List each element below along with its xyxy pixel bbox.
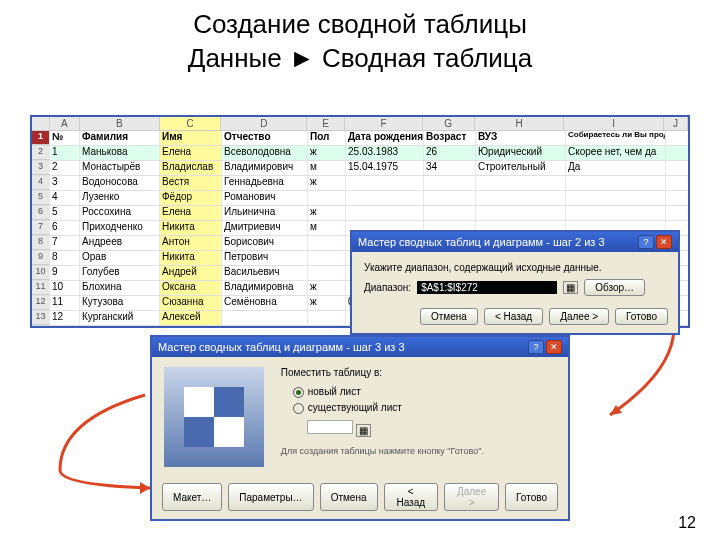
table-row[interactable]: 32МонастырёвВладиславВладимировичм15.04.… (32, 161, 688, 176)
next-button[interactable]: Далее > (549, 308, 609, 325)
cancel-button[interactable]: Отмена (320, 483, 378, 511)
dialog3-titlebar[interactable]: Мастер сводных таблиц и диаграмм - шаг 3… (152, 337, 568, 357)
layout-button[interactable]: Макет… (162, 483, 222, 511)
next-button[interactable]: Далее > (444, 483, 499, 511)
table-row[interactable]: 43ВодоносоваВестяГеннадьевнаж (32, 176, 688, 191)
back-button[interactable]: < Назад (484, 308, 543, 325)
close-icon[interactable]: ✕ (546, 340, 562, 354)
page-number: 12 (678, 514, 696, 532)
cancel-button[interactable]: Отмена (420, 308, 478, 325)
wizard-step2-dialog: Мастер сводных таблиц и диаграмм - шаг 2… (350, 230, 680, 335)
close-icon[interactable]: ✕ (656, 235, 672, 249)
table-row[interactable]: 54ЛузенкоФёдорРоманович (32, 191, 688, 206)
header-row: 1№ФамилияИмяОтчествоПолДата рожденияВозр… (32, 131, 688, 146)
finish-button[interactable]: Готово (505, 483, 558, 511)
browse-button[interactable]: Обзор… (584, 279, 645, 296)
radio-new-sheet[interactable]: новый лист (293, 386, 551, 398)
column-headers: ABCDEFGHIJ (32, 117, 688, 131)
finish-button[interactable]: Готово (615, 308, 668, 325)
flow-arrow-2 (40, 390, 160, 500)
slide-title: Создание сводной таблицы Данные ► Сводна… (0, 8, 720, 76)
params-button[interactable]: Параметры… (228, 483, 313, 511)
range-picker-icon[interactable]: ▦ (356, 424, 371, 437)
table-row[interactable]: 65РоссохинаЕленаИльиничнаж (32, 206, 688, 221)
hint-text: Для создания таблицы нажмите кнопку "Гот… (281, 446, 551, 456)
dialog2-instruction: Укажите диапазон, содержащий исходные да… (364, 262, 666, 273)
sheet-ref-input[interactable] (307, 420, 353, 434)
range-picker-icon[interactable]: ▦ (563, 281, 578, 294)
range-input[interactable]: $A$1:$I$272 (417, 281, 557, 294)
help-icon[interactable]: ? (638, 235, 654, 249)
range-label: Диапазон: (364, 282, 411, 293)
wizard-image (164, 367, 264, 467)
dialog2-titlebar[interactable]: Мастер сводных таблиц и диаграмм - шаг 2… (352, 232, 678, 252)
wizard-step3-dialog: Мастер сводных таблиц и диаграмм - шаг 3… (150, 335, 570, 521)
place-label: Поместить таблицу в: (281, 367, 551, 378)
help-icon[interactable]: ? (528, 340, 544, 354)
table-row[interactable]: 21МаньковаЕленаВсеволодовнаж25.03.198326… (32, 146, 688, 161)
radio-existing-sheet[interactable]: существующий лист (293, 402, 551, 414)
back-button[interactable]: < Назад (384, 483, 439, 511)
